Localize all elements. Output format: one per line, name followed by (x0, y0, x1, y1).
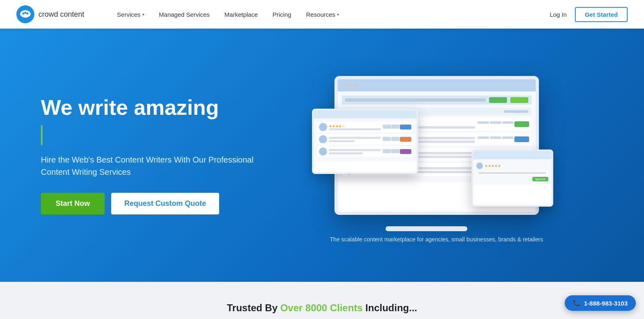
laptop-bar (338, 79, 536, 91)
card-row-2-content (329, 137, 381, 142)
card-header-right (473, 151, 552, 159)
hero-subtitle: Hire the Web's Best Content Writers With… (41, 154, 270, 178)
hero-section: We write amazing Hire the Web's Best Con… (0, 29, 644, 282)
dot-2 (348, 84, 352, 87)
lc-row-2-tags (478, 136, 529, 142)
card-right-btn: Approve (532, 177, 548, 181)
card-right-stars: ★★★★★ (485, 164, 501, 168)
lc-score-bar-2 (490, 121, 501, 124)
trusted-section: Trusted By Over 8000 Clients Including..… (0, 282, 644, 319)
laptop-illustration: ★★★★☆ (324, 68, 549, 231)
lc-bar-2 (416, 126, 475, 129)
card-row-2-tags (383, 137, 411, 142)
floating-card-right: ★★★★★ Approve (471, 149, 553, 207)
card-score-6 (391, 149, 399, 153)
card-right-bar-1 (478, 172, 546, 174)
card-bar-2 (329, 137, 381, 139)
card-right-avatar (476, 163, 483, 169)
card-row-1: ★★★★☆ (317, 122, 413, 132)
dot-3 (354, 84, 357, 87)
hero-title: We write amazing (41, 96, 270, 119)
lc-score-bar-4 (478, 136, 489, 139)
dot-1 (343, 84, 346, 87)
lc-score-bar-1 (478, 121, 489, 124)
lc-header-bar (345, 98, 486, 102)
lc-tag-blue-1 (514, 136, 529, 142)
lc-score-bar-5 (490, 136, 501, 139)
nav-actions: Log In Get Started (550, 7, 628, 22)
nav-pricing[interactable]: Pricing (273, 11, 292, 18)
card-tag-blue (400, 125, 411, 129)
card-bar-5 (329, 152, 363, 154)
lc-header (342, 96, 532, 105)
card-inner-right: ★★★★★ Approve (473, 159, 552, 185)
card-avatar-3 (319, 147, 327, 156)
chevron-down-icon: ▾ (142, 12, 144, 17)
svg-point-2 (25, 12, 27, 14)
svg-point-3 (27, 13, 29, 15)
card-avatar-1 (319, 123, 327, 131)
get-started-button[interactable]: Get Started (575, 7, 628, 22)
lc-row-1-tags (478, 121, 529, 127)
nav-marketplace[interactable]: Marketplace (224, 11, 258, 18)
logo-text: crowd content (38, 10, 84, 19)
start-now-button[interactable]: Start Now (41, 193, 105, 214)
logo[interactable]: crowd content (16, 5, 84, 23)
lc-header-btn-2 (510, 97, 528, 103)
card-bar-4 (329, 149, 381, 151)
hero-accent-bar (41, 125, 43, 145)
card-row-1-tags (383, 125, 411, 129)
phone-icon: 📞 (573, 299, 581, 307)
card-right-btn-wrap: Approve (476, 177, 548, 181)
nav-links: Services ▾ Managed Services Marketplace … (117, 11, 550, 18)
lc-sub-bar-2 (504, 110, 528, 113)
request-quote-button[interactable]: Request Custom Quote (111, 193, 219, 214)
svg-point-1 (22, 13, 25, 15)
card-header-left (314, 110, 417, 118)
card-right-stars-row: ★★★★★ (476, 163, 548, 169)
nav-services[interactable]: Services ▾ (117, 11, 144, 18)
hero-right: ★★★★☆ (270, 68, 603, 243)
card-score-4 (391, 137, 399, 141)
card-row-2 (317, 134, 413, 145)
floating-card-left: ★★★★☆ (312, 109, 418, 174)
nav-managed-services[interactable]: Managed Services (159, 11, 210, 18)
card-bar-3 (329, 140, 355, 142)
laptop-base (386, 226, 467, 231)
nav-resources[interactable]: Resources ▾ (306, 11, 339, 18)
hero-buttons: Start Now Request Custom Quote (41, 193, 270, 214)
card-score-2 (391, 125, 399, 129)
card-inner-left: ★★★★☆ (314, 118, 417, 162)
lc-header-btn-1 (489, 97, 507, 103)
card-row-3-tags (383, 149, 411, 154)
card-score-5 (383, 149, 391, 153)
trusted-title: Trusted By Over 8000 Clients Including..… (41, 302, 603, 314)
login-link[interactable]: Log In (550, 11, 567, 18)
card-right-row (476, 171, 548, 175)
lc-score-bar-6 (502, 136, 514, 139)
svg-point-0 (20, 10, 31, 18)
chevron-down-icon: ▾ (337, 12, 339, 17)
card-stars-1: ★★★★☆ (329, 124, 381, 128)
phone-badge[interactable]: 📞 1-888-983-3103 (565, 295, 636, 311)
card-bar-1 (329, 128, 381, 130)
card-row-3-content (329, 149, 381, 154)
hero-caption: The scalable content marketplace for age… (330, 236, 543, 243)
card-row-1-content: ★★★★☆ (329, 124, 381, 130)
logo-icon (16, 5, 34, 23)
card-avatar-2 (319, 135, 327, 143)
card-tag-orange (400, 137, 411, 142)
lc-score-bar-3 (502, 121, 514, 124)
card-row-3 (317, 146, 413, 157)
lc-tag-green-1 (514, 121, 529, 127)
phone-number: 1-888-983-3103 (584, 300, 628, 307)
card-tag-purple (400, 149, 411, 154)
card-score-3 (383, 137, 391, 141)
hero-left: We write amazing Hire the Web's Best Con… (41, 96, 270, 214)
navbar: crowd content Services ▾ Managed Service… (0, 0, 644, 29)
card-score-1 (383, 125, 391, 129)
